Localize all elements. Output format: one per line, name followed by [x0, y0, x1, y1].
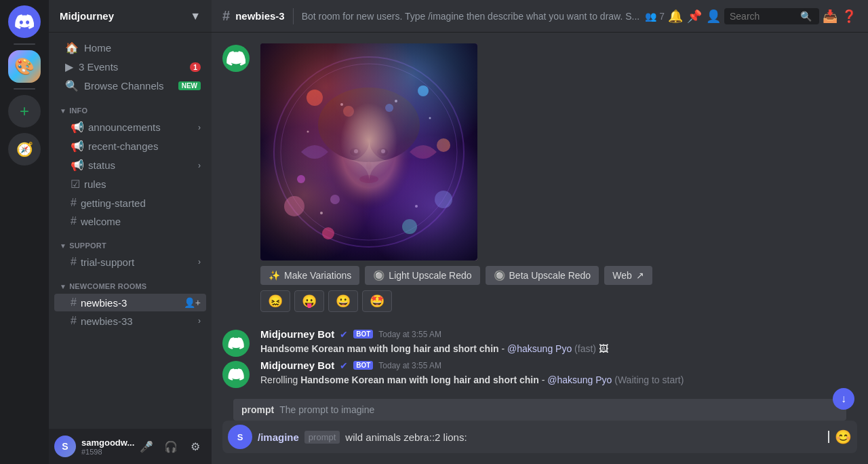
server-header[interactable]: Midjourney ▼ [49, 0, 212, 33]
channel-welcome[interactable]: # welcome [54, 212, 206, 230]
separator-2: - [542, 374, 548, 385]
section-chevron: ▼ [60, 242, 66, 250]
section-label: SUPPORT [69, 241, 106, 250]
user-controls: 🎤 🎧 ⚙ [136, 436, 206, 457]
mention: @haksung Pyo [507, 343, 572, 354]
deafen-button[interactable]: 🎧 [160, 436, 182, 457]
channel-name: trial-support [81, 256, 134, 268]
expand-icon: › [198, 316, 201, 326]
message-header-2: Midjourney Bot ✔ BOT Today at 3:55 AM [260, 328, 857, 340]
external-link-icon: ↗ [636, 270, 644, 281]
channel-newbies-3[interactable]: # newbies-3 👤+ [54, 294, 206, 311]
svg-point-17 [366, 161, 372, 170]
reaction-tongue[interactable]: 😛 [294, 290, 324, 312]
message-block-image: ✨ Make Variations 🔘 Light Upscale Redo 🔘… [222, 43, 857, 317]
reaction-angry[interactable]: 😖 [260, 290, 290, 312]
svg-point-15 [354, 149, 358, 153]
reaction-grin[interactable]: 😀 [328, 290, 358, 312]
header-divider [293, 8, 294, 24]
mute-button[interactable]: 🎤 [136, 436, 157, 457]
scroll-down-icon: ↓ [841, 393, 846, 405]
message-content: ✨ Make Variations 🔘 Light Upscale Redo 🔘… [260, 43, 857, 317]
ai-image-container [260, 43, 505, 260]
light-upscale-redo-label: Light Upscale Redo [389, 270, 471, 281]
make-variations-button[interactable]: ✨ Make Variations [260, 266, 359, 285]
author-name-2: Midjourney Bot [260, 328, 334, 340]
expand-icon: › [198, 123, 201, 132]
svg-point-6 [297, 175, 305, 183]
user-panel: S samgoodw... #1598 🎤 🎧 ⚙ [49, 429, 212, 464]
beta-upscale-redo-button[interactable]: 🔘 Beta Upscale Redo [486, 266, 599, 285]
avatar-spacer [222, 328, 250, 357]
separator: - [501, 343, 507, 354]
server-divider [14, 43, 35, 45]
channel-getting-started[interactable]: # getting-started [54, 194, 206, 212]
channel-newbies-33[interactable]: # newbies-33 › [54, 312, 206, 330]
settings-button[interactable]: ⚙ [184, 436, 206, 457]
light-upscale-redo-button[interactable]: 🔘 Light Upscale Redo [365, 266, 479, 285]
message-content-2: Midjourney Bot ✔ BOT Today at 3:55 AM Ha… [260, 328, 857, 357]
search-bar[interactable]: 🔍 [724, 8, 819, 24]
reaction-star-eyes[interactable]: 🤩 [362, 290, 392, 312]
svg-point-18 [359, 175, 378, 183]
svg-point-7 [322, 227, 334, 239]
chat-input-wrapper: S /imagine prompt 😊 [222, 421, 857, 453]
channel-recent-changes[interactable]: 📢 recent-changes [54, 137, 206, 155]
chat-input-field[interactable] [345, 425, 823, 450]
chevron-down-icon: ▼ [190, 10, 201, 22]
sidebar-item-home[interactable]: 🏠 Home [54, 39, 206, 57]
add-server-button[interactable]: + [8, 95, 41, 128]
search-icon: 🔍 [800, 11, 812, 22]
channel-announcements[interactable]: 📢 announcements › [54, 118, 206, 136]
command-part: /imagine [258, 431, 299, 443]
web-label: Web [612, 270, 632, 281]
inbox-button[interactable]: 📥 [822, 8, 838, 24]
channel-trial-support[interactable]: # trial-support › [54, 253, 206, 271]
screenshot-icon: 🖼 [599, 343, 608, 354]
members-panel-button[interactable]: 👤 [705, 8, 722, 24]
cursor [828, 431, 829, 443]
make-variations-label: Make Variations [284, 270, 351, 281]
channel-name: getting-started [81, 197, 146, 209]
prompt-bar-text: The prompt to imagine [279, 404, 374, 415]
sidebar-item-browse[interactable]: 🔍 Browse Channels NEW [54, 77, 206, 95]
count-value: 7 [659, 11, 665, 22]
channel-description: Bot room for new users. Type /imagine th… [302, 11, 640, 22]
browse-new-badge: NEW [178, 81, 201, 90]
section-label: INFO [69, 107, 87, 115]
check-icon: ☑ [71, 178, 80, 191]
search-input[interactable] [730, 11, 797, 22]
discord-home-button[interactable] [8, 5, 41, 38]
message-text-2: Handsome Korean man with long hair and s… [260, 343, 857, 356]
svg-point-10 [435, 191, 452, 208]
expand-icon: › [198, 161, 201, 170]
help-button[interactable]: ❓ [841, 8, 857, 24]
midjourney-server-icon[interactable]: 🎨 [8, 50, 41, 83]
sidebar-item-events[interactable]: ▶ 3 Events 1 [54, 58, 206, 76]
notifications-button[interactable]: 🔔 [667, 8, 684, 24]
channel-status[interactable]: 📢 status › [54, 156, 206, 174]
hash-icon: # [71, 296, 77, 309]
channel-name: recent-changes [88, 140, 158, 152]
channel-name: status [88, 159, 115, 171]
mention-3: @haksung Pyo [547, 374, 612, 385]
chat-input-area: S /imagine prompt 😊 [212, 421, 868, 464]
svg-point-19 [340, 103, 343, 106]
scroll-to-bottom-button[interactable]: ↓ [833, 388, 854, 410]
section-newcomer: ▼ NEWCOMER ROOMS [49, 271, 212, 293]
web-button[interactable]: Web ↗ [604, 266, 652, 285]
speed-tag: (fast) [574, 343, 599, 354]
channel-name: rules [84, 178, 106, 190]
pin-button[interactable]: 📌 [686, 8, 703, 24]
server-sidebar: 🎨 + 🧭 [0, 0, 49, 464]
channel-rules[interactable]: ☑ rules [54, 175, 206, 193]
channel-sidebar: Midjourney ▼ 🏠 Home ▶ 3 Events 1 🔍 Brows… [49, 0, 212, 464]
browse-label: Browse Channels [84, 80, 164, 92]
section-support: ▼ SUPPORT [49, 231, 212, 252]
avatar: S [54, 436, 76, 457]
browse-icon: 🔍 [65, 79, 79, 92]
explore-button[interactable]: 🧭 [8, 133, 41, 166]
hash-icon: # [71, 215, 77, 227]
channel-name: newbies-33 [81, 315, 133, 327]
emoji-picker-button[interactable]: 😊 [835, 429, 852, 445]
